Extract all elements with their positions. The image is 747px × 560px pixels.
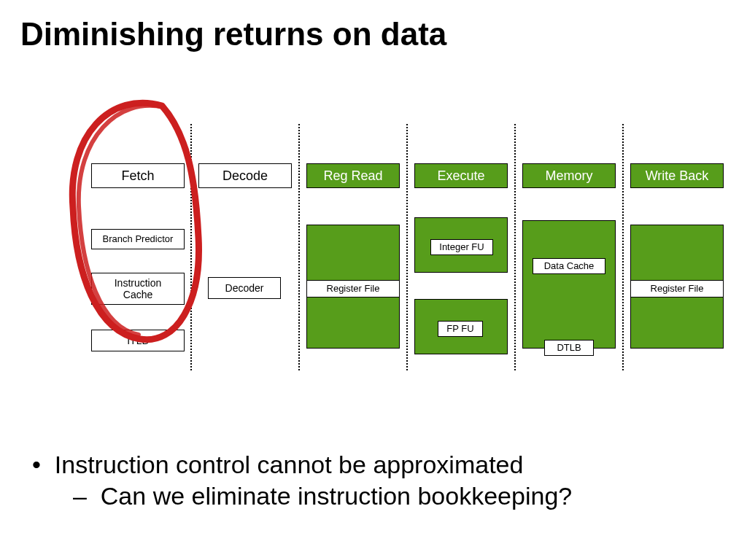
fp-fu-box: FP FU — [438, 321, 483, 337]
stage-writeback: Write Back — [630, 163, 724, 188]
stage-execute: Execute — [414, 163, 508, 188]
stage-divider — [406, 124, 408, 370]
bullet-2: – Can we eliminate instruction bookkeepi… — [73, 482, 572, 510]
bullet-list: • Instruction control cannot be approxim… — [32, 451, 572, 510]
register-file-right-box: Register File — [630, 280, 724, 298]
decoder-box: Decoder — [208, 277, 281, 299]
instruction-cache-box: Instruction Cache — [91, 273, 185, 305]
stage-decode: Decode — [198, 163, 292, 188]
slide-title: Diminishing returns on data — [20, 16, 446, 52]
stage-divider — [298, 124, 300, 370]
memory-block — [522, 220, 616, 349]
itlb-box: ITLB — [91, 330, 185, 351]
stage-divider — [622, 124, 624, 370]
stage-memory: Memory — [522, 163, 616, 188]
bullet-1: • Instruction control cannot be approxim… — [32, 451, 572, 479]
data-cache-box: Data Cache — [533, 258, 605, 274]
integer-fu-box: Integer FU — [430, 239, 493, 255]
stage-regread: Reg Read — [306, 163, 400, 188]
bullet-1-text: Instruction control cannot be approximat… — [55, 451, 524, 478]
dtlb-box: DTLB — [544, 340, 594, 356]
stage-divider — [514, 124, 516, 370]
stage-fetch: Fetch — [91, 163, 185, 188]
pipeline-diagram: Fetch Decode Reg Read Execute Memory Wri… — [0, 124, 747, 386]
bullet-2-text: Can we eliminate instruction bookkeeping… — [101, 482, 572, 510]
stage-divider — [190, 124, 192, 370]
register-file-left-box: Register File — [306, 280, 400, 298]
branch-predictor-box: Branch Predictor — [91, 229, 185, 249]
